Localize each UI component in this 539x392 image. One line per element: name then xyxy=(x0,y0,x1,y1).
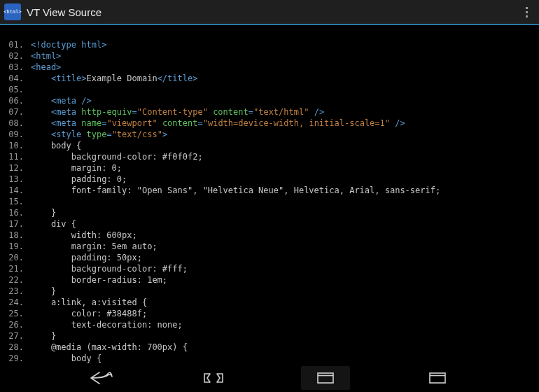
code-content: div { xyxy=(31,218,532,230)
app-icon: <html> xyxy=(4,4,21,20)
svg-rect-0 xyxy=(318,373,333,383)
code-line: 17. div { xyxy=(7,218,532,230)
code-line: 26. text-decoration: none; xyxy=(7,319,532,330)
code-line: 03.<head> xyxy=(7,62,532,73)
line-number: 28. xyxy=(7,342,31,353)
code-line: 22. border-radius: 1em; xyxy=(7,274,532,286)
code-content: margin: 5em auto; xyxy=(31,241,532,252)
line-number: 26. xyxy=(7,319,31,330)
code-content: body { xyxy=(31,353,532,364)
code-content: <style type="text/css"> xyxy=(31,129,532,140)
code-content: width: 600px; xyxy=(31,230,532,241)
line-number: 19. xyxy=(7,241,31,252)
code-content: background-color: #fff; xyxy=(31,263,532,274)
line-number: 05. xyxy=(7,84,31,95)
code-line: 01.<!doctype html> xyxy=(7,39,532,50)
code-content: <meta name="viewport" content="width=dev… xyxy=(31,118,532,129)
code-content: @media (max-width: 700px) { xyxy=(31,342,532,353)
code-content: a:link, a:visited { xyxy=(31,297,532,308)
recents-icon xyxy=(316,371,335,385)
line-number: 25. xyxy=(7,308,31,319)
code-line: 18. width: 600px; xyxy=(7,230,532,241)
code-line: 06. <meta /> xyxy=(7,95,532,106)
code-content: <head> xyxy=(31,62,532,73)
code-line: 10. body { xyxy=(7,140,532,151)
code-line: 16. } xyxy=(7,207,532,218)
line-number: 17. xyxy=(7,218,31,230)
code-line: 27. } xyxy=(7,330,532,342)
line-number: 07. xyxy=(7,106,31,118)
code-line: 09. <style type="text/css"> xyxy=(7,129,532,140)
navigation-bar xyxy=(0,364,539,392)
code-content: padding: 50px; xyxy=(31,252,532,263)
code-content: } xyxy=(31,330,532,342)
code-content xyxy=(31,84,532,95)
code-content: font-family: "Open Sans", "Helvetica Neu… xyxy=(31,185,532,196)
line-number: 21. xyxy=(7,263,31,274)
action-bar: <html> VT View Source xyxy=(0,0,539,25)
code-line: 12. margin: 0; xyxy=(7,162,532,174)
line-number: 27. xyxy=(7,330,31,342)
code-content: <html> xyxy=(31,50,532,62)
code-line: 19. margin: 5em auto; xyxy=(7,241,532,252)
recents-alt-icon xyxy=(428,371,447,385)
recents-alt-button[interactable] xyxy=(413,366,462,390)
code-content: padding: 0; xyxy=(31,174,532,185)
code-line: 28. @media (max-width: 700px) { xyxy=(7,342,532,353)
code-line: 05. xyxy=(7,84,532,95)
home-icon xyxy=(203,371,224,385)
line-number: 23. xyxy=(7,286,31,297)
line-number: 22. xyxy=(7,274,31,286)
code-content: body { xyxy=(31,140,532,151)
code-content: background-color: #f0f0f2; xyxy=(31,151,532,162)
line-number: 14. xyxy=(7,185,31,196)
code-line: 08. <meta name="viewport" content="width… xyxy=(7,118,532,129)
code-line: 23. } xyxy=(7,286,532,297)
line-number: 13. xyxy=(7,174,31,185)
code-line: 25. color: #38488f; xyxy=(7,308,532,319)
code-line: 29. body { xyxy=(7,353,532,364)
code-line: 21. background-color: #fff; xyxy=(7,263,532,274)
code-content: border-radius: 1em; xyxy=(31,274,532,286)
back-icon xyxy=(90,371,113,385)
line-number: 08. xyxy=(7,118,31,129)
source-code-view[interactable]: 01.<!doctype html>02.<html>03.<head>04. … xyxy=(0,25,539,371)
menu-dot-icon xyxy=(526,11,528,13)
line-number: 15. xyxy=(7,196,31,207)
code-line: 24. a:link, a:visited { xyxy=(7,297,532,308)
code-line: 15. xyxy=(7,196,532,207)
line-number: 10. xyxy=(7,140,31,151)
code-line: 02.<html> xyxy=(7,50,532,62)
home-button[interactable] xyxy=(189,366,238,390)
code-line: 13. padding: 0; xyxy=(7,174,532,185)
code-content: color: #38488f; xyxy=(31,308,532,319)
code-line: 04. <title>Example Domain</title> xyxy=(7,73,532,84)
code-line: 20. padding: 50px; xyxy=(7,252,532,263)
line-number: 01. xyxy=(7,39,31,50)
line-number: 06. xyxy=(7,95,31,106)
svg-rect-2 xyxy=(430,373,445,383)
line-number: 29. xyxy=(7,353,31,364)
code-content: text-decoration: none; xyxy=(31,319,532,330)
line-number: 11. xyxy=(7,151,31,162)
code-content: } xyxy=(31,207,532,218)
line-number: 02. xyxy=(7,50,31,62)
menu-dot-icon xyxy=(526,15,528,18)
app-title: VT View Source xyxy=(27,6,518,18)
line-number: 12. xyxy=(7,162,31,174)
code-content: <title>Example Domain</title> xyxy=(31,73,532,84)
code-content: <!doctype html> xyxy=(31,39,532,50)
menu-dot-icon xyxy=(526,7,528,9)
line-number: 24. xyxy=(7,297,31,308)
code-content: margin: 0; xyxy=(31,162,532,174)
code-line: 07. <meta http-equiv="Content-type" cont… xyxy=(7,106,532,118)
code-content: } xyxy=(31,286,532,297)
back-button[interactable] xyxy=(77,366,126,390)
line-number: 20. xyxy=(7,252,31,263)
recents-button[interactable] xyxy=(301,366,350,390)
code-content: <meta http-equiv="Content-type" content=… xyxy=(31,106,532,118)
line-number: 09. xyxy=(7,129,31,140)
code-content: <meta /> xyxy=(31,95,532,106)
code-content xyxy=(31,196,532,207)
overflow-menu-button[interactable] xyxy=(518,7,535,18)
